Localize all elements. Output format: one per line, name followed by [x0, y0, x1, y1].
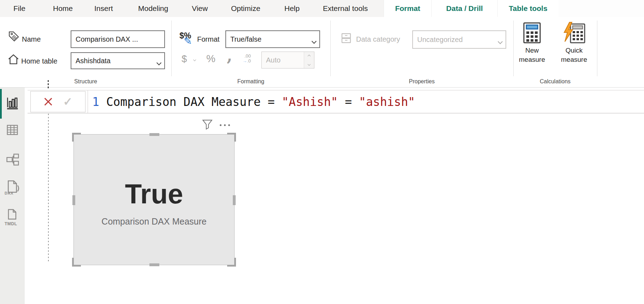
name-label: Name — [22, 31, 41, 47]
group-divider — [171, 20, 172, 76]
powerbi-window: File Home Insert Modeling View Optimize … — [0, 0, 644, 304]
format-icon: $% ✎ — [179, 31, 196, 47]
card-value: True — [74, 179, 234, 209]
thousands-separator-button[interactable]: , — [227, 47, 232, 65]
percent-format-button[interactable]: % — [206, 53, 215, 65]
sidebar-item-table-view[interactable] — [0, 119, 25, 141]
resize-handle-right[interactable] — [233, 195, 236, 205]
tag-icon — [8, 30, 20, 42]
sidebar-item-dax-query-view[interactable]: DAX — [0, 177, 25, 199]
tmdl-view-icon — [6, 209, 18, 220]
calculator-icon — [523, 22, 541, 44]
more-options-icon[interactable] — [220, 124, 230, 126]
chevron-down-icon — [498, 37, 502, 45]
discard-formula-button[interactable] — [43, 97, 53, 106]
commit-formula-button[interactable]: ✓ — [63, 96, 73, 107]
group-label-structure: Structure — [0, 78, 171, 86]
resize-handle-top[interactable] — [149, 133, 159, 136]
card-visual[interactable]: True Comparison DAX Measure — [73, 134, 235, 265]
group-label-calculations: Calculations — [513, 78, 597, 86]
currency-chevron-icon[interactable] — [193, 58, 196, 61]
chevron-down-icon — [312, 37, 316, 45]
measure-tools-ribbon: Name Comparison DAX ... Home table Ashis… — [0, 17, 644, 88]
chevron-down-icon — [157, 58, 161, 66]
pencil-icon: ✎ — [184, 35, 192, 47]
menu-item-home[interactable]: Home — [53, 0, 73, 17]
decimal-places-icon[interactable]: .00 →.0 — [239, 54, 251, 64]
sidebar-item-report-view[interactable] — [0, 92, 25, 114]
decimal-places-spinner[interactable]: Auto — [261, 52, 314, 68]
formula-input[interactable]: 1 Comparison DAX Measure = "Ashish" = "a… — [88, 90, 644, 113]
new-measure-button[interactable]: New measure — [514, 22, 550, 64]
sidebar-item-model-view[interactable] — [0, 148, 25, 171]
group-divider — [597, 20, 597, 76]
spinner-down-button[interactable] — [304, 60, 314, 68]
sidebar-item-tmdl-view[interactable]: TMDL — [0, 206, 25, 229]
currency-format-button[interactable]: $ — [182, 54, 187, 65]
resize-handle-bottom[interactable] — [149, 263, 159, 266]
format-label: Format — [197, 31, 219, 47]
spinner-up-button[interactable] — [304, 52, 314, 60]
menu-item-data-drill[interactable]: Data / Drill — [431, 0, 497, 17]
menu-item-insert[interactable]: Insert — [94, 0, 113, 17]
resize-handle-bottom-left[interactable] — [72, 258, 81, 267]
menu-item-file[interactable]: File — [13, 0, 25, 17]
resize-handle-top-right[interactable] — [227, 133, 236, 142]
format-select[interactable]: True/false — [225, 30, 320, 48]
data-category-label: Data category — [356, 31, 400, 47]
group-divider — [330, 20, 331, 76]
menu-item-optimize[interactable]: Optimize — [231, 0, 260, 17]
menu-item-view[interactable]: View — [192, 0, 208, 17]
report-view-icon — [6, 96, 19, 110]
page-boundary-tick — [48, 80, 49, 89]
view-switcher-sidebar: DAX TMDL — [0, 88, 25, 304]
menu-item-help[interactable]: Help — [284, 0, 300, 17]
menu-item-external-tools[interactable]: External tools — [323, 0, 368, 17]
page-boundary-dotted-line — [48, 114, 49, 263]
home-table-select[interactable]: Ashishdata — [71, 52, 165, 69]
name-field[interactable]: Comparison DAX ... — [71, 30, 165, 48]
resize-handle-bottom-right[interactable] — [227, 258, 236, 267]
quick-measure-button[interactable]: Quick measure — [552, 22, 596, 64]
group-label-properties: Properties — [330, 78, 513, 86]
menu-item-modeling[interactable]: Modeling — [138, 0, 168, 17]
menu-item-format[interactable]: Format — [384, 0, 431, 17]
data-category-select: Uncategorized — [412, 30, 506, 49]
model-view-icon — [5, 153, 19, 166]
menu-bar: File Home Insert Modeling View Optimize … — [0, 0, 644, 17]
resize-handle-left[interactable] — [72, 195, 75, 205]
home-icon — [7, 53, 20, 66]
table-view-icon — [6, 124, 19, 136]
resize-handle-top-left[interactable] — [72, 133, 81, 142]
card-label: Comparison DAX Measure — [74, 216, 234, 227]
quick-measure-icon — [562, 22, 586, 44]
home-table-label: Home table — [21, 53, 57, 69]
filter-icon[interactable] — [202, 119, 213, 131]
data-category-icon — [340, 32, 353, 44]
group-divider — [513, 20, 514, 76]
group-label-formatting: Formatting — [171, 78, 330, 86]
formula-tokens: 1 Comparison DAX Measure = "Ashish" = "a… — [92, 95, 415, 109]
dax-formula-bar: ✓ 1 Comparison DAX Measure = "Ashish" = … — [28, 90, 644, 113]
formula-buttons: ✓ — [30, 91, 85, 112]
menu-item-table-tools[interactable]: Table tools — [497, 0, 559, 17]
